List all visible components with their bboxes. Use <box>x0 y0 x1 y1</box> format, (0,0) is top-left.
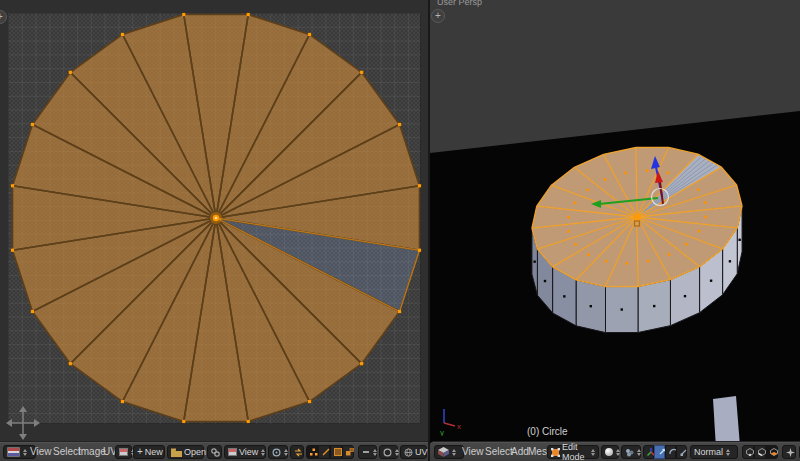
viewport-mode-label: User Persp <box>437 0 482 7</box>
dropdown-arrows-icon <box>452 449 456 456</box>
region-expand-plus-button[interactable]: + <box>431 9 445 23</box>
mesh-select-mode-edge[interactable] <box>754 445 766 459</box>
dropdown-arrows-icon <box>726 449 730 456</box>
pivot-point-dropdown[interactable] <box>621 445 641 459</box>
region-expand-plus-button[interactable]: + <box>0 10 7 24</box>
edit-mode-icon <box>551 448 560 457</box>
mesh-select-mode-face[interactable] <box>766 445 778 459</box>
image-datablock-icon <box>119 448 128 456</box>
island-select-icon <box>346 448 354 456</box>
uv-select-mode-edge[interactable] <box>318 445 330 459</box>
manipulator-rotate-toggle[interactable] <box>665 445 676 459</box>
menu-select[interactable]: Select <box>53 446 81 457</box>
uvmap-name: UVMap <box>415 447 428 457</box>
dropdown-arrows-icon <box>284 449 288 456</box>
transform-orientation-value: Normal <box>694 447 723 457</box>
view-mode-icon <box>228 448 237 456</box>
uvmap-selector[interactable]: UVMap <box>400 445 427 459</box>
dropdown-arrows-icon <box>23 449 27 456</box>
uv-select-mode-island[interactable] <box>342 445 354 459</box>
manipulator-toggle[interactable] <box>643 445 654 459</box>
uv-2d-axes-gizmo <box>2 404 46 440</box>
occlude-geometry-toggle[interactable] <box>782 445 796 459</box>
active-object-label: (0) Circle <box>527 426 568 437</box>
limit-visible-star-icon <box>786 448 795 457</box>
pin-icon <box>211 448 220 457</box>
transform-orientation-dropdown[interactable]: Normal <box>690 445 738 459</box>
uv-sync-selection-toggle[interactable] <box>290 445 304 459</box>
pivot-point-dropdown[interactable] <box>268 445 288 459</box>
menu-view[interactable]: View <box>462 446 484 457</box>
dropdown-arrows-icon <box>373 449 377 456</box>
dropdown-arrows-icon <box>616 449 620 456</box>
interaction-mode-value: Edit Mode <box>562 442 588 461</box>
uv-editor-header: View Select Image UVs + New Open <box>0 441 428 461</box>
dropdown-arrows-icon <box>637 449 641 456</box>
viewport-3d-canvas[interactable] <box>430 0 800 441</box>
editor-divider[interactable] <box>428 0 430 461</box>
uv-select-mode-vertex[interactable] <box>306 445 318 459</box>
shading-sphere-icon <box>605 448 613 456</box>
face-select-icon <box>770 448 778 456</box>
viewport-3d-editor-icon <box>438 447 449 457</box>
svg-text:x: x <box>457 422 461 431</box>
manipulator-translate-toggle[interactable] <box>654 445 665 459</box>
uv-select-mode-face[interactable] <box>330 445 342 459</box>
image-editor-icon <box>7 447 20 457</box>
median-point-icon <box>625 448 634 457</box>
blender-window: + User Persp (0) Circle x y + View Selec… <box>0 0 800 461</box>
uv-image-editor[interactable]: + <box>0 0 428 441</box>
editor-mode-dropdown[interactable]: View <box>224 445 266 459</box>
mesh-select-mode-vertex[interactable] <box>742 445 754 459</box>
pivot-icon <box>272 448 281 457</box>
open-image-button[interactable]: Open <box>167 445 204 459</box>
dropdown-arrows-icon <box>261 449 265 456</box>
image-pin-toggle[interactable] <box>207 445 222 459</box>
uv-sphere-icon <box>404 448 413 457</box>
sticky-selection-dropdown[interactable] <box>358 445 377 459</box>
editor-mode-value: View <box>239 447 258 457</box>
vertex-select-icon <box>310 448 318 456</box>
menu-select[interactable]: Select <box>485 446 513 457</box>
editor-type-selector[interactable] <box>434 445 464 459</box>
manipulator-scale-toggle[interactable] <box>676 445 687 459</box>
uv-grid-overlay <box>8 13 421 424</box>
new-image-label: New <box>145 447 163 457</box>
plus-icon: + <box>137 448 143 456</box>
menu-view[interactable]: View <box>30 446 52 457</box>
edge-select-icon <box>322 448 330 456</box>
menu-image[interactable]: Image <box>78 446 106 457</box>
folder-icon <box>171 448 182 457</box>
interaction-mode-dropdown[interactable]: Edit Mode <box>547 445 599 459</box>
edge-select-icon <box>758 448 766 456</box>
open-image-label: Open <box>184 447 206 457</box>
scale-arrow-icon <box>680 448 688 456</box>
new-image-button[interactable]: + New <box>133 445 165 459</box>
image-browse-dropdown[interactable] <box>115 445 132 459</box>
dropdown-arrows-icon <box>591 449 595 456</box>
sync-arrows-icon <box>294 448 303 457</box>
face-select-icon <box>334 448 342 456</box>
vertex-select-icon <box>746 448 754 456</box>
sticky-selection-icon <box>362 448 370 456</box>
viewport-3d[interactable]: User Persp (0) Circle x y + <box>430 0 800 441</box>
viewport-shading-dropdown[interactable] <box>601 445 619 459</box>
menu-add[interactable]: Add <box>511 446 529 457</box>
svg-text:y: y <box>440 428 444 436</box>
dropdown-arrows-icon <box>395 449 399 456</box>
mini-axis-gizmo: x y <box>438 406 472 436</box>
viewport-3d-header: View Select Add Mesh Edit Mode <box>430 441 800 461</box>
proportional-editing-icon <box>383 448 392 457</box>
proportional-editing-dropdown[interactable] <box>379 445 398 459</box>
